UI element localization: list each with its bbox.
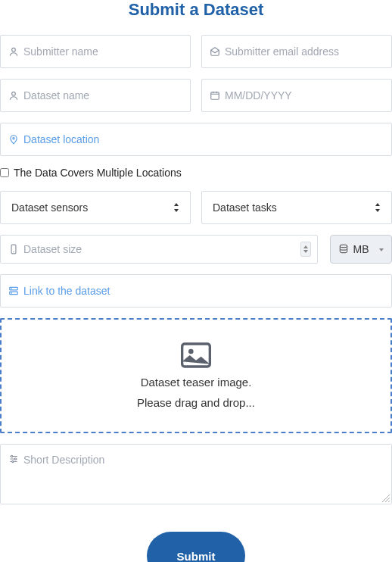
date-wrap — [201, 79, 392, 112]
phone-icon — [8, 244, 19, 254]
tasks-select[interactable]: Dataset tasks — [201, 191, 392, 224]
email-icon — [210, 46, 220, 57]
caret-icon — [375, 203, 381, 212]
teaser-line1: Dataset teaser image. — [141, 376, 252, 389]
chevron-down-icon — [378, 248, 384, 251]
svg-point-0 — [12, 48, 16, 52]
submitter-name-wrap — [0, 35, 191, 68]
location-input[interactable] — [1, 123, 391, 155]
user-icon — [8, 90, 19, 101]
multi-location-row: The Data Covers Multiple Locations — [0, 167, 392, 179]
sliders-icon — [8, 454, 19, 464]
multi-location-checkbox[interactable] — [0, 168, 9, 177]
size-wrap — [0, 235, 318, 264]
multi-location-label: The Data Covers Multiple Locations — [14, 167, 182, 179]
submitter-name-input[interactable] — [1, 36, 190, 67]
dataset-name-input[interactable] — [1, 80, 190, 111]
unit-label: MB — [353, 243, 369, 255]
sensors-label: Dataset sensors — [11, 201, 88, 214]
submitter-email-wrap — [201, 35, 392, 68]
svg-point-5 — [340, 245, 347, 248]
submitter-email-input[interactable] — [202, 36, 391, 67]
svg-rect-4 — [11, 245, 16, 254]
svg-point-9 — [11, 293, 12, 294]
page-title: Submit a Dataset — [0, 0, 392, 20]
svg-point-3 — [13, 138, 14, 139]
date-input[interactable] — [202, 80, 391, 111]
svg-point-12 — [11, 455, 13, 457]
user-icon — [8, 46, 19, 57]
image-icon — [181, 342, 211, 368]
database-icon — [338, 244, 349, 254]
svg-point-1 — [12, 92, 16, 95]
server-icon — [8, 286, 19, 296]
dataset-name-wrap — [0, 79, 191, 112]
svg-point-8 — [11, 289, 12, 289]
pin-icon — [8, 134, 19, 145]
svg-point-11 — [188, 349, 194, 354]
submit-button[interactable]: Submit — [147, 532, 245, 562]
size-input[interactable] — [1, 236, 317, 263]
link-wrap — [0, 274, 392, 308]
svg-rect-2 — [211, 92, 219, 99]
description-input[interactable] — [1, 445, 391, 504]
teaser-dropzone[interactable]: Dataset teaser image. Please drag and dr… — [0, 318, 392, 433]
calendar-icon — [210, 90, 220, 101]
sensors-select[interactable]: Dataset sensors — [0, 191, 191, 224]
unit-dropdown[interactable]: MB — [330, 235, 392, 264]
location-wrap — [0, 123, 392, 156]
tasks-label: Dataset tasks — [213, 201, 277, 214]
caret-icon — [173, 203, 179, 212]
link-input[interactable] — [1, 275, 391, 307]
svg-point-13 — [14, 458, 16, 460]
resize-handle[interactable] — [382, 495, 390, 502]
svg-point-14 — [12, 461, 14, 462]
description-wrap — [0, 444, 392, 504]
number-spinner[interactable] — [300, 242, 311, 257]
teaser-line2: Please drag and drop... — [137, 396, 255, 409]
